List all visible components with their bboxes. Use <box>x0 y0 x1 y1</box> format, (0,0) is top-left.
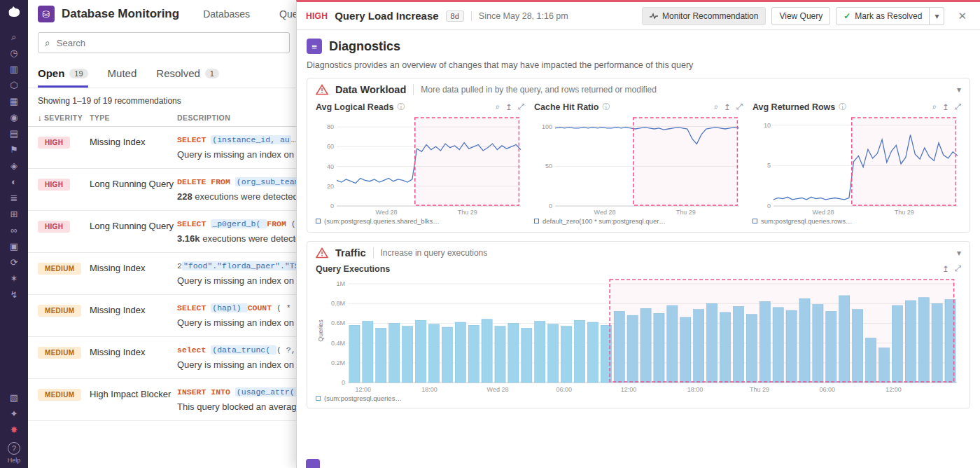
diagnostics-description: Diagnostics provides an overview of chan… <box>307 60 970 70</box>
row-type: Missing Index <box>90 135 177 147</box>
export-icon[interactable]: ↥ <box>942 264 949 274</box>
row-type: Missing Index <box>90 261 177 273</box>
svg-text:Thu 29: Thu 29 <box>458 209 477 216</box>
fullscreen-icon[interactable]: ⤢ <box>955 102 961 112</box>
svg-text:0.4M: 0.4M <box>331 340 345 347</box>
export-icon[interactable]: ↥ <box>942 102 949 112</box>
diagnostics-title: Diagnostics <box>329 39 400 54</box>
incidents-icon: ✶ <box>10 273 18 284</box>
export-icon[interactable]: ↥ <box>505 102 512 112</box>
tab-open[interactable]: Open 19 <box>38 67 88 88</box>
legend-swatch <box>316 396 321 401</box>
tab-muted[interactable]: Muted <box>108 67 137 88</box>
resolve-dropdown-button[interactable]: ▾ <box>930 7 944 25</box>
sidebar-item-logs[interactable]: ≣ <box>0 190 28 206</box>
svg-text:18:00: 18:00 <box>687 386 704 393</box>
svg-text:12:00: 12:00 <box>886 386 902 393</box>
tab-muted-label: Muted <box>108 67 137 79</box>
check-icon: ✓ <box>844 11 850 21</box>
mark-as-resolved-button[interactable]: ✓ Mark as Resolved <box>836 7 930 25</box>
sidebar-item-infrastructure[interactable]: ⬡ <box>0 77 28 93</box>
sparkles-icon: ✦ <box>10 408 18 419</box>
sidebar-item-monitors[interactable]: ⚑ <box>0 142 28 158</box>
collapse-chevron-icon[interactable]: ▾ <box>957 248 961 258</box>
metrics-icon: ▥ <box>10 64 18 74</box>
sort-descending-icon[interactable]: ↓ <box>38 113 42 122</box>
sidebar-item-host-map[interactable]: ▦ <box>0 93 28 109</box>
warning-icon <box>316 84 328 95</box>
svg-text:06:00: 06:00 <box>819 386 835 393</box>
section-subtitle: Increase in query executions <box>381 248 488 258</box>
watchdog-icon: ◷ <box>10 48 18 58</box>
svg-text:Wed 28: Wed 28 <box>813 209 834 216</box>
dashboards-icon: ▤ <box>10 128 18 139</box>
fullscreen-icon[interactable]: ⤢ <box>955 264 961 274</box>
svg-text:Wed 28: Wed 28 <box>594 209 616 216</box>
search-input[interactable] <box>55 37 283 49</box>
sidebar-item-bits-ai[interactable]: ✸ <box>0 422 28 438</box>
svg-text:0.2M: 0.2M <box>331 359 345 366</box>
sidebar-item-synthetics[interactable]: ◈ <box>0 158 28 174</box>
nav-databases[interactable]: Databases <box>203 8 250 20</box>
sidebar-item-rum[interactable]: ◐ <box>0 174 28 190</box>
sidebar-item-security[interactable]: ▣ <box>0 238 28 254</box>
sidebar-item-search[interactable]: ⌕ <box>0 29 28 45</box>
next-section-icon <box>306 459 320 468</box>
sidebar-item-service-map[interactable]: ∞ <box>0 222 28 238</box>
sidebar-item-dashboards[interactable]: ▤ <box>0 125 28 142</box>
sidebar-item-apm[interactable]: ◉ <box>0 109 28 125</box>
avg-logical-reads-plot[interactable]: 806040200Wed 28Thu 29 <box>316 113 524 216</box>
column-type[interactable]: TYPE <box>90 113 177 122</box>
legend-label: (sum:postgresql.queries.shared_blks… <box>324 217 440 225</box>
sidebar-item-incidents[interactable]: ✶ <box>0 270 28 287</box>
section-subtitle: More data pulled in by the query, and ro… <box>421 85 657 95</box>
sidebar-item-ci-cd[interactable]: ⊞ <box>0 206 28 222</box>
severity-badge: MEDIUM <box>38 263 81 275</box>
column-severity[interactable]: SEVERITY <box>44 113 83 122</box>
svg-text:0: 0 <box>549 202 552 209</box>
recommendation-side-panel: HIGH Query Load Increase 8d Since May 28… <box>296 0 980 468</box>
zoom-icon[interactable]: ⌕ <box>496 102 500 112</box>
fullscreen-icon[interactable]: ⤢ <box>518 102 524 112</box>
svg-text:12:00: 12:00 <box>621 386 637 393</box>
svg-text:0: 0 <box>330 202 334 209</box>
info-icon[interactable]: ⓘ <box>839 102 846 112</box>
traffic-header[interactable]: Traffic Increase in query executions ▾ <box>307 242 969 264</box>
section-title: Traffic <box>335 247 366 259</box>
view-query-button[interactable]: View Query <box>771 7 830 25</box>
fullscreen-icon[interactable]: ⤢ <box>736 102 743 112</box>
bits-ai-icon: ✸ <box>10 425 18 435</box>
monitor-icon <box>650 13 658 20</box>
cache-hit-ratio-plot[interactable]: 100500Wed 28Thu 29 <box>534 113 743 216</box>
svg-text:0.6M: 0.6M <box>331 319 345 326</box>
zoom-icon[interactable]: ⌕ <box>932 102 937 112</box>
data-workload-header[interactable]: Data Workload More data pulled in by the… <box>307 78 969 101</box>
row-type: Missing Index <box>90 345 177 357</box>
sidebar-item-sparkles[interactable]: ✦ <box>0 406 28 422</box>
integrations-icon: ▧ <box>10 392 18 403</box>
datadog-logo[interactable] <box>6 5 22 22</box>
close-panel-button[interactable]: ✕ <box>953 9 971 23</box>
tab-resolved[interactable]: Resolved 1 <box>156 67 219 88</box>
sidebar-item-integrations[interactable]: ▧ <box>0 390 28 406</box>
sidebar-item-metrics[interactable]: ▥ <box>0 61 28 77</box>
legend-swatch <box>316 219 321 223</box>
info-icon[interactable]: ⓘ <box>397 102 405 112</box>
avg-returned-rows-plot[interactable]: 1050Wed 28Thu 29 <box>752 113 961 216</box>
help-icon[interactable]: ? <box>8 442 20 455</box>
monitor-recommendation-button[interactable]: Monitor Recommendation <box>642 7 766 25</box>
severity-badge: HIGH <box>38 221 70 233</box>
export-icon[interactable]: ↥ <box>724 102 731 112</box>
sidebar-item-workflows[interactable]: ⟳ <box>0 254 28 270</box>
query-executions-plot[interactable]: Queries1M0.8M0.6M0.4M0.2M012:0018:00Wed … <box>316 275 961 394</box>
dbm-logo-icon: ⛁ <box>38 6 55 22</box>
search-bar[interactable]: ⌕ <box>38 32 290 53</box>
sidebar-item-error-tracking[interactable]: ↯ <box>0 287 28 303</box>
info-icon[interactable]: ⓘ <box>602 102 610 112</box>
sidebar-item-watchdog[interactable]: ◷ <box>0 45 28 61</box>
host-map-icon: ▦ <box>10 96 18 106</box>
monitor-button-label: Monitor Recommendation <box>662 11 758 21</box>
warning-icon <box>316 247 328 259</box>
zoom-icon[interactable]: ⌕ <box>714 102 718 112</box>
collapse-chevron-icon[interactable]: ▾ <box>957 85 961 95</box>
